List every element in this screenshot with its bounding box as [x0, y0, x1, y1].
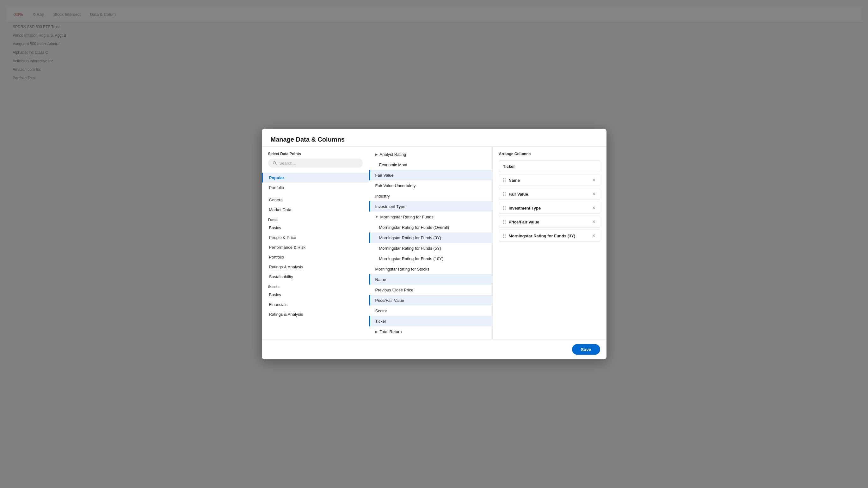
modal-body: Select Data Points Popular Portfolio [262, 147, 607, 339]
data-item-total-return[interactable]: ▶ Total Return [369, 326, 492, 337]
column-item-name[interactable]: Name × [499, 174, 600, 186]
column-name-label: Name [509, 177, 589, 182]
search-section: Select Data Points [262, 147, 369, 170]
column-item-price-fair-value[interactable]: Price/Fair Value × [499, 216, 600, 228]
category-item-market-data[interactable]: Market Data [262, 205, 369, 215]
left-panel: Select Data Points Popular Portfolio [262, 147, 369, 339]
modal-header: Manage Data & Columns [262, 129, 607, 147]
funds-section-label: Funds [262, 215, 369, 223]
data-item-investment-type[interactable]: Investment Type [369, 201, 492, 212]
data-item-sector[interactable]: Sector [369, 306, 492, 316]
data-item-ms-stocks[interactable]: Morningstar Rating for Stocks [369, 264, 492, 274]
category-item-basics-stocks[interactable]: Basics [262, 290, 369, 300]
category-item-sustainability[interactable]: Sustainability [262, 272, 369, 282]
column-item-ms-3y[interactable]: Morningstar Rating for Funds (3Y) × [499, 230, 600, 242]
category-item-ratings-analysis-stocks[interactable]: Ratings & Analysis [262, 310, 369, 319]
right-panel: Arrange Columns Ticker Name × [493, 147, 607, 339]
category-item-portfolio[interactable]: Portfolio [262, 183, 369, 193]
svg-line-1 [275, 164, 276, 165]
drag-handle-price-fair-value[interactable] [503, 220, 506, 224]
remove-price-fair-value-button[interactable]: × [592, 219, 596, 224]
drag-handle-investment-type[interactable] [503, 206, 506, 210]
data-item-economic-moat[interactable]: Economic Moat [369, 160, 492, 170]
column-investment-type-label: Investment Type [509, 205, 589, 210]
category-list: Popular Portfolio General Market Data Fu… [262, 170, 369, 339]
drag-handle-ms-3y[interactable] [503, 234, 506, 238]
search-box[interactable] [268, 159, 363, 168]
modal-footer: Save [262, 339, 607, 359]
expand-icon-ms-rating-funds: ▼ [375, 215, 378, 219]
column-item-ticker: Ticker [499, 161, 600, 172]
data-item-ms-10y[interactable]: Morningstar Rating for Funds (10Y) [369, 254, 492, 264]
column-ms-3y-label: Morningstar Rating for Funds (3Y) [509, 233, 589, 238]
data-item-ms-overall[interactable]: Morningstar Rating for Funds (Overall) [369, 222, 492, 233]
data-item-ms-rating-funds[interactable]: ▼ Morningstar Rating for Funds [369, 212, 492, 222]
save-button[interactable]: Save [572, 344, 600, 355]
drag-handle-fair-value[interactable] [503, 192, 506, 196]
search-input[interactable] [280, 161, 358, 166]
category-item-popular[interactable]: Popular [262, 173, 369, 183]
arrange-columns-label: Arrange Columns [499, 152, 600, 156]
column-item-fair-value[interactable]: Fair Value × [499, 188, 600, 200]
data-item-analyst-rating[interactable]: ▶ Analyst Rating [369, 149, 492, 160]
category-item-general[interactable]: General [262, 195, 369, 205]
data-item-previous-close-price[interactable]: Previous Close Price [369, 285, 492, 295]
category-item-performance-risk[interactable]: Performance & Risk [262, 242, 369, 252]
stocks-section-label: Stocks [262, 282, 369, 290]
column-item-investment-type[interactable]: Investment Type × [499, 202, 600, 214]
select-data-points-label: Select Data Points [268, 152, 363, 156]
category-item-ratings-analysis-funds[interactable]: Ratings & Analysis [262, 262, 369, 272]
data-item-ms-5y[interactable]: Morningstar Rating for Funds (5Y) [369, 243, 492, 254]
data-item-name[interactable]: Name [369, 274, 492, 285]
remove-name-button[interactable]: × [592, 177, 596, 183]
middle-panel[interactable]: ▶ Analyst Rating Economic Moat Fair Valu… [369, 147, 493, 339]
remove-fair-value-button[interactable]: × [592, 192, 596, 197]
column-ticker-label: Ticker [503, 164, 515, 169]
drag-handle-name[interactable] [503, 178, 506, 182]
expand-icon-total-return: ▶ [375, 330, 378, 333]
data-item-industry[interactable]: Industry [369, 191, 492, 201]
column-fair-value-label: Fair Value [509, 192, 589, 196]
search-icon [273, 161, 277, 165]
manage-data-modal: Manage Data & Columns Select Data Points [262, 129, 607, 359]
data-item-fair-value-uncertainty[interactable]: Fair Value Uncertainty [369, 181, 492, 191]
column-price-fair-value-label: Price/Fair Value [509, 219, 589, 224]
data-item-fair-value[interactable]: Fair Value [369, 170, 492, 181]
expand-icon-analyst-rating: ▶ [375, 153, 378, 156]
remove-ms-3y-button[interactable]: × [592, 233, 596, 238]
modal-overlay: Manage Data & Columns Select Data Points [0, 0, 868, 488]
remove-investment-type-button[interactable]: × [592, 205, 596, 210]
category-item-financials[interactable]: Financials [262, 300, 369, 310]
category-item-people-price[interactable]: People & Price [262, 233, 369, 242]
data-item-ticker[interactable]: Ticker [369, 316, 492, 326]
data-item-ms-3y[interactable]: Morningstar Rating for Funds (3Y) [369, 233, 492, 243]
category-item-portfolio-funds[interactable]: Portfolio [262, 252, 369, 262]
modal-title: Manage Data & Columns [271, 136, 598, 143]
category-item-basics-funds[interactable]: Basics [262, 223, 369, 233]
data-item-price-fair-value[interactable]: Price/Fair Value [369, 295, 492, 306]
svg-point-0 [273, 162, 275, 164]
